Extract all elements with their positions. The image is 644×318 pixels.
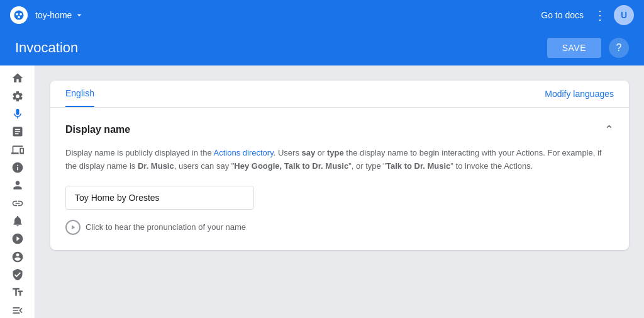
svg-point-0 <box>14 11 24 20</box>
sidebar-item-format[interactable] <box>5 285 30 300</box>
modify-languages-link[interactable]: Modify languages <box>545 89 614 99</box>
section-description: Display name is publicly displayed in th… <box>65 147 614 173</box>
topbar: toy-home Go to docs ⋮ U <box>0 0 644 30</box>
section-header: Display name ⌃ <box>65 123 614 137</box>
page-header: Invocation SAVE ? <box>0 30 644 65</box>
project-selector[interactable]: toy-home <box>35 10 84 20</box>
svg-point-1 <box>16 13 18 16</box>
sidebar-item-person[interactable] <box>5 178 30 193</box>
page-title: Invocation <box>15 40 547 56</box>
main-layout: English Modify languages Display name ⌃ … <box>0 65 644 318</box>
app-logo <box>10 6 28 24</box>
help-button[interactable]: ? <box>609 38 629 58</box>
invocation-card: English Modify languages Display name ⌃ … <box>50 81 629 250</box>
sidebar-item-bell[interactable] <box>5 213 30 229</box>
card-body: Display name ⌃ Display name is publicly … <box>50 108 629 250</box>
actions-directory-link[interactable]: Actions directory <box>214 148 274 157</box>
section-title: Display name <box>65 124 130 135</box>
pronunciation-label: Click to hear the pronunciation of your … <box>86 222 246 232</box>
more-options-button[interactable]: ⋮ <box>594 8 606 23</box>
tabs-bar: English Modify languages <box>50 81 629 108</box>
svg-point-2 <box>19 13 22 16</box>
main-content: English Modify languages Display name ⌃ … <box>35 65 644 318</box>
sidebar-item-info[interactable] <box>5 160 30 175</box>
pronunciation-row: Click to hear the pronunciation of your … <box>65 220 614 235</box>
sidebar-item-invocation[interactable] <box>5 106 30 122</box>
collapse-button[interactable]: ⌃ <box>604 123 614 137</box>
project-name: toy-home <box>35 10 72 20</box>
sidebar <box>0 65 35 318</box>
sidebar-item-devices[interactable] <box>5 142 30 157</box>
sidebar-item-verified[interactable] <box>5 267 30 282</box>
sidebar-item-account[interactable] <box>5 249 30 264</box>
display-name-input[interactable] <box>65 186 254 210</box>
dropdown-icon <box>74 10 84 20</box>
sidebar-item-circle[interactable] <box>5 231 30 246</box>
sidebar-item-link[interactable] <box>5 196 30 211</box>
play-icon <box>69 224 77 231</box>
svg-point-3 <box>18 16 20 18</box>
save-button[interactable]: SAVE <box>547 38 601 58</box>
tab-english[interactable]: English <box>65 81 94 107</box>
play-pronunciation-button[interactable] <box>65 220 80 235</box>
sidebar-item-menu[interactable] <box>5 303 30 318</box>
user-avatar[interactable]: U <box>614 5 634 25</box>
sidebar-item-settings[interactable] <box>5 88 30 103</box>
sidebar-item-home[interactable] <box>5 71 30 86</box>
go-to-docs-link[interactable]: Go to docs <box>541 10 584 20</box>
sidebar-item-notes[interactable] <box>5 124 30 139</box>
